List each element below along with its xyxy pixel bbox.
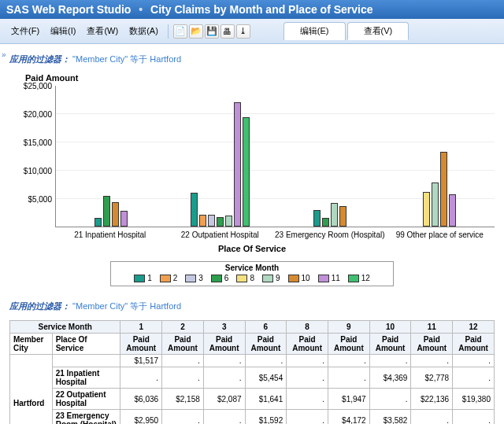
- filter-label: 应用的过滤器：: [9, 301, 70, 311]
- cell-value: .: [328, 367, 369, 389]
- menu-separator: [168, 24, 169, 39]
- th-paid-amount: Paid Amount: [328, 334, 369, 355]
- ytick: $20,000: [24, 110, 52, 119]
- legend-swatch: [348, 275, 359, 282]
- bar[interactable]: [423, 192, 430, 227]
- cell-value: .: [411, 355, 453, 367]
- th-month: 1: [120, 321, 162, 334]
- legend-label: 3: [198, 274, 203, 282]
- th-paid-amount: Paid Amount: [453, 334, 495, 355]
- bar-group: [56, 86, 165, 227]
- bar-chart: $25,000 $20,000 $15,000 $10,000 $5,000: [9, 86, 495, 227]
- legend-swatch: [318, 275, 329, 282]
- cell-value: $1,641: [245, 389, 287, 410]
- legend-label: 9: [276, 274, 280, 282]
- bar-group: [385, 86, 495, 227]
- th-paid-amount: Paid Amount: [120, 334, 162, 355]
- cell-value: .: [453, 410, 495, 425]
- export-icon[interactable]: ⤓: [236, 24, 250, 39]
- bar[interactable]: [322, 218, 329, 227]
- product-name: SAS Web Report Studio: [6, 3, 131, 16]
- tab-edit[interactable]: 编辑(E): [284, 22, 346, 40]
- ytick: $5,000: [28, 195, 52, 204]
- filter-summary: 应用的过滤器： "Member City" 等于 Hartford: [9, 53, 495, 65]
- th-paid-amount: Paid Amount: [162, 334, 204, 355]
- cell-value: .: [411, 410, 453, 425]
- legend-item: 2: [160, 274, 178, 282]
- bar[interactable]: [208, 215, 215, 227]
- bar[interactable]: [217, 217, 224, 227]
- report-body: » 应用的过滤器： "Member City" 等于 Hartford Paid…: [0, 44, 504, 424]
- legend-label: 6: [224, 274, 229, 282]
- bar[interactable]: [234, 102, 241, 227]
- x-tick-label: 21 Inpatient Hospital: [55, 227, 165, 239]
- legend-label: 12: [361, 274, 370, 282]
- cell-place: 23 Emergency Room (Hospital): [52, 410, 120, 425]
- legend-swatch: [288, 275, 299, 282]
- bar[interactable]: [191, 193, 198, 227]
- th-month: 11: [411, 321, 453, 334]
- legend-item: 6: [211, 274, 229, 282]
- bar[interactable]: [199, 215, 206, 227]
- x-tick-label: 23 Emergency Room (Hospital): [275, 227, 385, 239]
- app-title-bar: SAS Web Report Studio • City Claims by M…: [0, 0, 504, 19]
- legend-swatch: [262, 275, 273, 282]
- cell-value: .: [287, 367, 328, 389]
- open-icon[interactable]: 📂: [189, 24, 203, 39]
- bar[interactable]: [225, 216, 232, 227]
- legend-item: 9: [262, 274, 280, 282]
- legend-item: 8: [236, 274, 254, 282]
- legend-label: 11: [332, 274, 340, 282]
- mode-tabs: 编辑(E) 查看(V): [284, 22, 409, 40]
- bar[interactable]: [112, 202, 119, 227]
- bar[interactable]: [243, 117, 250, 227]
- ytick: $10,000: [24, 167, 52, 175]
- cell-value: .: [245, 355, 287, 367]
- cell-value: $1,592: [245, 410, 287, 425]
- bar[interactable]: [120, 211, 128, 227]
- table-row: 23 Emergency Room (Hospital)$2,950..$1,5…: [10, 410, 495, 425]
- cell-value: .: [120, 367, 162, 389]
- cell-value: $4,172: [328, 410, 369, 425]
- save-icon[interactable]: 💾: [205, 24, 219, 39]
- th-month: 2: [162, 321, 204, 334]
- bar[interactable]: [449, 194, 456, 227]
- cell-value: .: [369, 389, 411, 410]
- cell-value: .: [287, 410, 328, 425]
- table-row: 22 Outpatient Hospital$6,036$2,158$2,087…: [10, 389, 495, 410]
- filter-summary-2: 应用的过滤器： "Member City" 等于 Hartford: [9, 300, 495, 312]
- print-icon[interactable]: 🖶: [220, 24, 235, 39]
- cell-value: $5,454: [245, 367, 287, 389]
- bar[interactable]: [94, 218, 102, 227]
- legend-item: 11: [318, 274, 340, 282]
- new-icon[interactable]: 📄: [173, 24, 187, 39]
- legend-swatch: [160, 275, 171, 282]
- cell-value: $2,087: [203, 389, 245, 410]
- bar[interactable]: [313, 210, 321, 227]
- bar[interactable]: [432, 183, 439, 227]
- bar[interactable]: [103, 196, 110, 227]
- th-service-month: Service Month: [10, 321, 120, 334]
- cell-value: $3,582: [369, 410, 411, 425]
- cell-value: .: [453, 367, 495, 389]
- legend-swatch: [236, 275, 247, 282]
- menu-edit[interactable]: 编辑(I): [46, 24, 80, 39]
- legend-item: 1: [134, 274, 152, 282]
- bar[interactable]: [339, 206, 346, 227]
- menu-data[interactable]: 数据(A): [124, 24, 163, 39]
- tab-view[interactable]: 查看(V): [347, 22, 410, 40]
- cell-value: $2,778: [411, 367, 453, 389]
- collapse-panel-icon[interactable]: »: [2, 50, 6, 59]
- th-paid-amount: Paid Amount: [245, 334, 287, 355]
- bar[interactable]: [331, 203, 338, 227]
- menu-file[interactable]: 文件(F): [6, 24, 44, 39]
- menu-view[interactable]: 查看(W): [82, 24, 123, 39]
- legend-swatch: [134, 275, 145, 282]
- th-paid-amount: Paid Amount: [411, 334, 453, 355]
- th-month: 12: [453, 321, 495, 334]
- cell-value: .: [162, 355, 204, 367]
- cell-value: $22,136: [411, 389, 453, 410]
- chart-x-title: Place Of Service: [9, 244, 495, 253]
- bar[interactable]: [440, 152, 447, 227]
- cell-value: $1,517: [120, 355, 162, 367]
